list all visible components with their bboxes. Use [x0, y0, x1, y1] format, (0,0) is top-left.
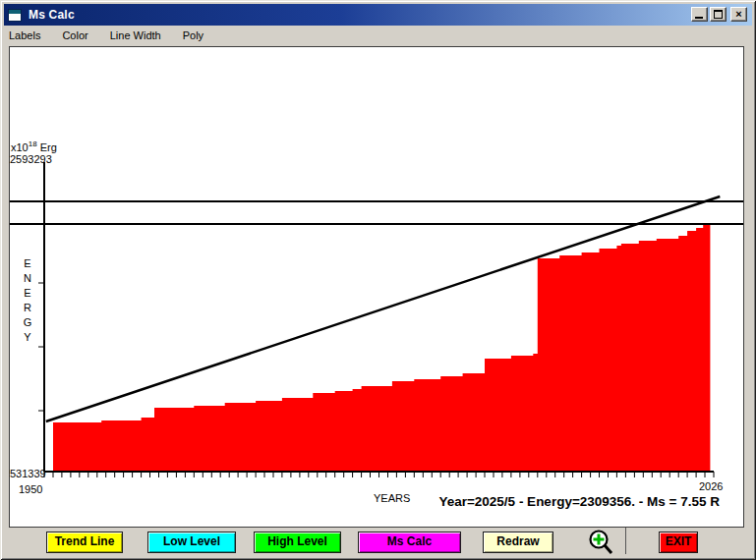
app-icon	[8, 9, 22, 22]
window-controls: ×	[689, 7, 747, 22]
trend-line-button[interactable]: Trend Line	[46, 532, 123, 553]
energy-area	[53, 224, 710, 472]
minimize-icon	[695, 17, 703, 19]
ms-calc-button[interactable]: Ms Calc	[358, 532, 461, 553]
chart-area: x1018 Erg 2593293 531339 ENERGY 1950 202…	[9, 46, 744, 528]
menu-color[interactable]: Color	[61, 28, 88, 43]
menu-line-width[interactable]: Line Width	[109, 28, 162, 43]
close-icon: ×	[731, 8, 746, 21]
close-button[interactable]: ×	[730, 7, 747, 22]
low-level-button[interactable]: Low Level	[147, 532, 236, 553]
app-window: Ms Calc × LabelsColorLine WidthPoly x101…	[0, 0, 756, 560]
menu-bar: LabelsColorLine WidthPoly	[8, 27, 224, 44]
title-bar[interactable]: Ms Calc ×	[4, 4, 752, 26]
exit-button[interactable]: EXIT	[659, 532, 698, 553]
toolbar: Trend LineLow LevelHigh LevelMs CalcRedr…	[0, 528, 756, 556]
maximize-icon	[714, 10, 723, 19]
redraw-button[interactable]: Redraw	[483, 532, 553, 553]
high-level-button[interactable]: High Level	[254, 532, 341, 553]
zoom-button[interactable]	[585, 529, 618, 556]
menu-labels[interactable]: Labels	[8, 28, 41, 43]
minimize-button[interactable]	[691, 7, 708, 22]
app-icon-bar	[9, 10, 21, 14]
chart-canvas[interactable]	[10, 47, 743, 527]
magnifier-plus-icon	[585, 529, 618, 556]
maximize-button[interactable]	[710, 7, 727, 22]
menu-poly[interactable]: Poly	[182, 28, 204, 43]
toolbar-separator	[625, 528, 626, 554]
window-title: Ms Calc	[29, 8, 75, 22]
